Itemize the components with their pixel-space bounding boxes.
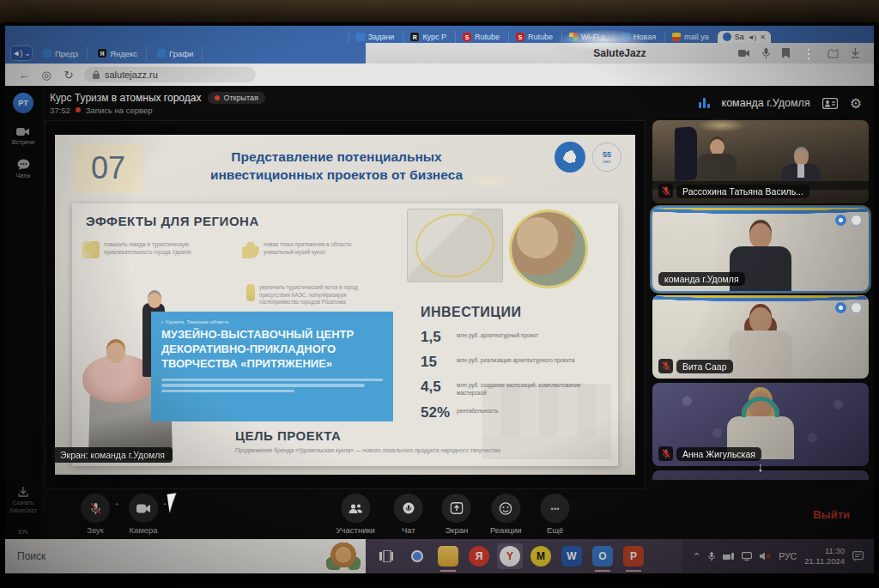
tab-favicon bbox=[43, 49, 52, 58]
user-avatar[interactable]: РТ bbox=[13, 93, 33, 113]
download-app-icon bbox=[18, 487, 28, 497]
camera-permission-icon[interactable] bbox=[738, 49, 750, 58]
tab-wifi[interactable]: Wi-Fi с bbox=[561, 31, 612, 43]
more-button[interactable]: ••• Ещё bbox=[541, 494, 570, 535]
scroll-more-arrow-icon[interactable]: ↓ bbox=[757, 459, 764, 474]
participants-button[interactable]: Участники bbox=[336, 494, 375, 535]
chats-bubble-icon bbox=[17, 159, 30, 170]
windows-icon bbox=[569, 33, 578, 41]
tray-language[interactable]: РУС bbox=[779, 551, 797, 561]
outlook-icon[interactable]: O bbox=[592, 546, 613, 567]
tab-yandex[interactable]: ЯЯндекс bbox=[89, 46, 147, 61]
tray-time: 11:30 bbox=[825, 546, 845, 555]
url-field[interactable]: salutejazz.ru bbox=[84, 67, 256, 82]
tray-volume-muted-icon[interactable] bbox=[760, 552, 771, 561]
yandex-browser-active-highlight[interactable]: Y bbox=[497, 543, 523, 569]
chevron-down-icon: ⌄ bbox=[24, 49, 31, 58]
tray-mic-icon[interactable] bbox=[708, 552, 715, 561]
participants-icon bbox=[349, 503, 363, 514]
profile-circle-icon[interactable]: ◎ bbox=[39, 69, 53, 82]
participant-tile-rassokhina[interactable]: Рассохина Татьяна Василь... bbox=[652, 120, 869, 203]
file-explorer-icon[interactable] bbox=[438, 546, 458, 567]
settings-gear-icon[interactable]: ⚙ bbox=[850, 95, 862, 112]
camera-button[interactable]: ⌃ Камера bbox=[129, 494, 158, 535]
tab-rutube-2[interactable]: SRutube bbox=[508, 31, 560, 43]
chevron-up-icon[interactable]: ⌃ bbox=[161, 502, 168, 511]
tile-logos bbox=[835, 302, 862, 313]
tray-device-icon[interactable] bbox=[723, 553, 734, 561]
extensions-icon[interactable] bbox=[827, 49, 839, 58]
tab-label: Предз bbox=[55, 49, 78, 58]
tab-new[interactable]: Новая bbox=[614, 31, 663, 43]
tab-favicon bbox=[157, 49, 166, 58]
word-icon[interactable]: W bbox=[561, 546, 582, 567]
tab-close-icon[interactable]: ✕ bbox=[760, 33, 766, 41]
slide-number: 07 bbox=[74, 143, 142, 193]
tab-label: Sa bbox=[735, 33, 744, 41]
participant-tile-udomlya[interactable]: команда г.Удомля bbox=[652, 208, 869, 291]
bookmark-icon[interactable] bbox=[782, 48, 790, 58]
sketch-illustration bbox=[407, 209, 503, 282]
participant-tile-vita[interactable]: Вита Саар bbox=[652, 295, 869, 379]
doll-head bbox=[106, 342, 125, 363]
tray-chevron-icon[interactable]: ⌃ bbox=[693, 551, 700, 562]
back-icon[interactable]: ← bbox=[17, 69, 31, 82]
person-silhouette bbox=[697, 139, 737, 183]
chrome-icon[interactable] bbox=[407, 546, 427, 567]
recording-label: Запись на сервер bbox=[86, 106, 153, 115]
miro-icon[interactable]: M bbox=[530, 546, 551, 567]
powerpoint-icon[interactable]: P bbox=[623, 546, 644, 567]
investment-item: 15млн руб. реализация архитектурного про… bbox=[421, 354, 604, 371]
tab-mail[interactable]: mail.ya bbox=[664, 31, 716, 43]
tab-zadani[interactable]: Задани bbox=[349, 31, 402, 43]
participant-tile-anna[interactable]: Анна Жигульская bbox=[652, 383, 869, 466]
rail-item-meetings[interactable]: Встречи bbox=[12, 127, 35, 145]
search-highlight-image[interactable] bbox=[326, 543, 361, 570]
tab-label: Графи bbox=[169, 49, 193, 58]
tab-kurs[interactable]: RКурс Р bbox=[403, 31, 453, 43]
investments-section: ИНВЕСТИЦИИ 1,5млн руб. архитектурный про… bbox=[421, 305, 604, 429]
task-view-icon[interactable] bbox=[376, 546, 397, 567]
yandex-icon[interactable]: Я bbox=[469, 546, 489, 567]
screen-share-icon bbox=[450, 502, 463, 514]
participant-name: Вита Саар bbox=[676, 360, 733, 373]
tab-label: Rutube bbox=[528, 33, 553, 41]
button-label: Звук bbox=[87, 525, 103, 535]
tab-audio-icon[interactable]: ◄) bbox=[748, 33, 757, 41]
browser-title-band: SaluteJazz ⋮ bbox=[366, 43, 874, 64]
tab-label: Яндекс bbox=[110, 49, 137, 58]
more-dots-icon: ••• bbox=[541, 494, 570, 523]
sound-button[interactable]: ⌃ Звук bbox=[81, 494, 110, 535]
rail-download-app[interactable]: Скачать SaluteJazz bbox=[5, 487, 41, 514]
chat-button[interactable]: Чат bbox=[394, 494, 423, 535]
yandex-browser-icon[interactable]: Y bbox=[500, 546, 520, 567]
browser-sidebar-speaker-button[interactable]: ◄)⌄ bbox=[10, 45, 33, 61]
tab-rutube-1[interactable]: SRutube bbox=[455, 31, 506, 43]
screen-share-button[interactable]: Экран bbox=[442, 494, 471, 535]
tab-predz[interactable]: Предз bbox=[34, 46, 88, 61]
menu-dots-icon[interactable]: ⋮ bbox=[802, 45, 815, 62]
chevron-up-icon[interactable]: ⌃ bbox=[113, 502, 120, 511]
tab-grafi[interactable]: Графи bbox=[149, 46, 203, 61]
flag-decor bbox=[675, 126, 697, 181]
reload-icon[interactable]: ↻ bbox=[62, 69, 76, 82]
taskbar-search-field[interactable]: Поиск bbox=[5, 539, 366, 573]
tab-salutejazz-active[interactable]: Sa ◄) ✕ bbox=[718, 31, 771, 43]
rail-download-label: Скачать SaluteJazz bbox=[5, 500, 41, 514]
tray-clock[interactable]: 11:30 21.11.2024 bbox=[804, 546, 845, 567]
rmat-logo-small bbox=[851, 215, 862, 226]
tray-display-icon[interactable] bbox=[742, 552, 752, 561]
goal-section: ЦЕЛЬ ПРОЕКТА Продвижение бренда «Удомель… bbox=[235, 428, 501, 455]
shared-screen-stage[interactable]: 07 Представление потенциальных инвестици… bbox=[45, 120, 646, 489]
app-left-rail: РТ Встречи Чаты Скачать SaluteJazz EN bbox=[5, 86, 41, 539]
rail-item-chats[interactable]: Чаты bbox=[16, 159, 31, 179]
download-icon[interactable] bbox=[851, 48, 860, 58]
notifications-icon[interactable] bbox=[852, 551, 864, 561]
slide-title: Представление потенциальных инвестиционн… bbox=[184, 149, 489, 185]
recording-dot-icon bbox=[76, 107, 81, 112]
reactions-button[interactable]: Реакции bbox=[490, 494, 522, 535]
rosatom-logo-small bbox=[835, 215, 846, 226]
mic-permission-icon[interactable] bbox=[762, 48, 770, 58]
contacts-icon[interactable] bbox=[822, 98, 838, 109]
leave-button[interactable]: Выйти bbox=[804, 503, 858, 526]
